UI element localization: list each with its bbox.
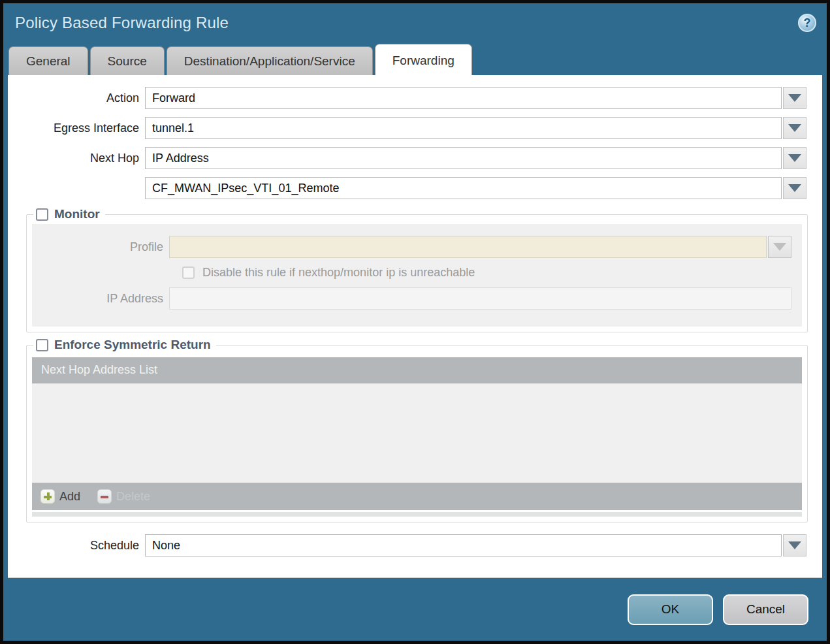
egress-interface-dropdown-button[interactable] — [783, 117, 806, 139]
monitor-fieldset: Monitor Profile Disable this rule if nex… — [26, 207, 808, 332]
action-row: Action Forward — [8, 87, 806, 109]
chevron-down-icon — [788, 541, 801, 549]
cancel-button[interactable]: Cancel — [723, 594, 808, 625]
symmetric-return-fieldset: Enforce Symmetric Return Next Hop Addres… — [26, 338, 808, 523]
plus-icon — [40, 489, 55, 504]
next-hop-row: Next Hop IP Address — [8, 147, 806, 169]
egress-interface-select[interactable]: tunnel.1 — [145, 117, 782, 139]
symmetric-return-legend: Enforce Symmetric Return — [33, 338, 216, 352]
delete-button-label: Delete — [116, 490, 150, 504]
delete-button: Delete — [97, 489, 150, 504]
monitor-panel: Profile Disable this rule if nexthop/mon… — [32, 224, 802, 327]
dialog-footer: OK Cancel — [3, 578, 827, 641]
tab-general[interactable]: General — [8, 46, 88, 75]
disable-rule-checkbox — [182, 266, 195, 279]
monitor-ip-address-row: IP Address — [32, 287, 791, 310]
schedule-select[interactable]: None — [145, 534, 782, 556]
egress-interface-label: Egress Interface — [8, 121, 145, 135]
chevron-down-icon — [788, 124, 801, 132]
disable-rule-label: Disable this rule if nexthop/monitor ip … — [202, 266, 475, 280]
ok-button[interactable]: OK — [628, 594, 713, 625]
monitor-profile-select — [169, 236, 767, 258]
next-hop-address-select[interactable]: CF_MWAN_IPsec_VTI_01_Remote — [145, 177, 782, 199]
monitor-checkbox[interactable] — [36, 208, 48, 221]
schedule-label: Schedule — [8, 539, 145, 553]
table-toolbar: Add Delete — [32, 483, 802, 510]
table-header-next-hop-address-list: Next Hop Address List — [32, 357, 802, 383]
action-dropdown-button[interactable] — [783, 87, 806, 109]
monitor-ip-address-label: IP Address — [32, 292, 169, 306]
monitor-profile-label: Profile — [32, 240, 169, 254]
symmetric-return-legend-label: Enforce Symmetric Return — [54, 338, 211, 352]
monitor-ip-address-input — [169, 287, 791, 310]
symmetric-return-checkbox[interactable] — [36, 339, 48, 351]
help-icon[interactable]: ? — [798, 14, 816, 32]
policy-based-forwarding-dialog: Policy Based Forwarding Rule ? General S… — [0, 0, 830, 644]
add-button[interactable]: Add — [40, 489, 80, 504]
monitor-legend: Monitor — [33, 207, 105, 221]
add-button-label: Add — [59, 490, 80, 504]
next-hop-type-select[interactable]: IP Address — [145, 147, 782, 169]
dialog-title: Policy Based Forwarding Rule — [15, 14, 229, 32]
chevron-down-icon — [788, 154, 801, 162]
tab-content-forwarding: Action Forward Egress Interface tunnel.1… — [8, 75, 822, 578]
monitor-legend-label: Monitor — [54, 207, 100, 221]
minus-icon — [97, 489, 112, 504]
next-hop-label: Next Hop — [8, 152, 145, 165]
schedule-row: Schedule None — [8, 534, 806, 556]
chevron-down-icon — [788, 184, 801, 192]
tab-forwarding[interactable]: Forwarding — [375, 44, 472, 75]
table-bottom-strip — [32, 512, 802, 517]
next-hop-dropdown-button[interactable] — [783, 147, 806, 169]
tab-destination-application-service[interactable]: Destination/Application/Service — [167, 46, 373, 75]
title-bar: Policy Based Forwarding Rule ? — [3, 3, 827, 42]
egress-interface-row: Egress Interface tunnel.1 — [8, 117, 806, 139]
monitor-profile-dropdown-button — [768, 236, 791, 258]
next-hop-address-dropdown-button[interactable] — [783, 177, 806, 199]
monitor-profile-row: Profile — [32, 236, 791, 258]
chevron-down-icon — [788, 94, 801, 102]
next-hop-address-list-table: Next Hop Address List Add Delete — [32, 357, 802, 517]
disable-rule-row: Disable this rule if nexthop/monitor ip … — [182, 266, 802, 280]
next-hop-address-row: CF_MWAN_IPsec_VTI_01_Remote — [8, 177, 806, 199]
action-select[interactable]: Forward — [145, 87, 782, 109]
table-body-empty[interactable] — [32, 383, 802, 483]
schedule-dropdown-button[interactable] — [783, 534, 806, 556]
action-label: Action — [8, 91, 145, 105]
tab-source[interactable]: Source — [90, 46, 165, 75]
chevron-down-icon — [773, 243, 786, 251]
tab-strip: General Source Destination/Application/S… — [3, 42, 827, 75]
